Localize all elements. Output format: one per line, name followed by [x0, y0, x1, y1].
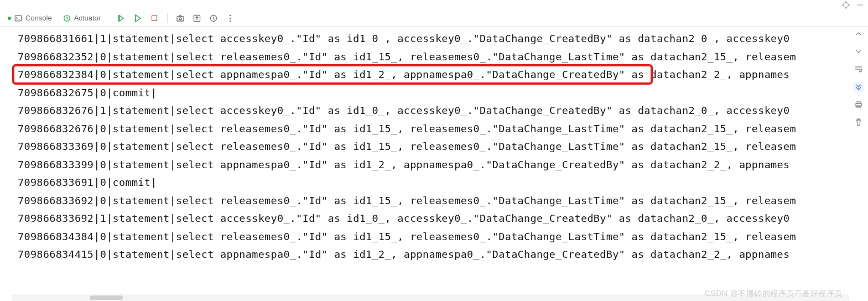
profile-icon[interactable] — [209, 13, 219, 23]
log-line[interactable]: 709866833399|0|statement|select appnames… — [12, 156, 849, 174]
status-dot-icon — [8, 17, 11, 20]
console-output[interactable]: 709866831661|1|statement|select accesske… — [12, 27, 849, 301]
svg-point-9 — [179, 18, 181, 20]
svg-point-12 — [230, 14, 231, 16]
separator — [167, 13, 168, 23]
horizontal-scrollbar[interactable] — [12, 294, 849, 301]
main-area: 709866831661|1|statement|select accesske… — [0, 27, 868, 301]
window-top-bar — [0, 0, 868, 10]
svg-rect-8 — [177, 17, 184, 21]
print-icon[interactable] — [854, 100, 864, 110]
more-icon[interactable] — [225, 13, 235, 23]
svg-rect-16 — [857, 102, 860, 103]
log-line[interactable]: 709866833369|0|statement|select releasem… — [12, 138, 849, 156]
svg-point-0 — [844, 3, 849, 8]
scroll-up-icon[interactable] — [854, 29, 864, 39]
minimize-icon[interactable] — [856, 1, 865, 9]
crosshair-icon[interactable] — [841, 1, 850, 9]
scroll-down-icon[interactable] — [854, 46, 864, 56]
log-line[interactable]: 709866832675|0|commit| — [12, 84, 849, 102]
tab-bar: Console Actuator — [0, 10, 868, 27]
scrollbar-thumb[interactable] — [90, 295, 123, 300]
actuator-icon — [63, 14, 71, 22]
scroll-to-end-icon[interactable] — [854, 82, 864, 92]
log-line[interactable]: 709866832676|0|statement|select releasem… — [12, 120, 849, 138]
toolbar — [116, 13, 235, 23]
trash-icon[interactable] — [854, 117, 864, 127]
right-gutter — [849, 27, 868, 301]
left-gutter — [0, 27, 12, 301]
log-line[interactable]: 709866834384|0|statement|select releasem… — [12, 228, 849, 246]
tab-console-label: Console — [25, 14, 52, 22]
log-line[interactable]: 709866833692|1|statement|select accesske… — [12, 210, 849, 228]
log-line[interactable]: 709866834415|0|statement|select appnames… — [12, 246, 849, 264]
log-line[interactable]: 709866832352|0|statement|select releasem… — [12, 48, 849, 66]
camera-icon[interactable] — [175, 13, 185, 23]
soft-wrap-icon[interactable] — [854, 64, 864, 74]
log-line[interactable]: 709866832384|0|statement|select appnames… — [12, 66, 849, 84]
svg-point-13 — [230, 17, 231, 19]
export-icon[interactable] — [192, 13, 202, 23]
svg-rect-6 — [15, 15, 21, 21]
run-icon[interactable] — [133, 13, 143, 23]
log-line[interactable]: 709866831661|1|statement|select accesske… — [12, 30, 849, 48]
svg-point-14 — [230, 20, 231, 22]
rerun-icon[interactable] — [116, 13, 126, 23]
terminal-icon — [14, 14, 22, 22]
log-line[interactable]: 709866833692|0|statement|select releasem… — [12, 192, 849, 210]
stop-icon[interactable] — [149, 13, 159, 23]
tab-console[interactable]: Console — [6, 12, 58, 24]
tab-actuator-label: Actuator — [74, 14, 101, 22]
tab-actuator[interactable]: Actuator — [61, 12, 106, 24]
log-line[interactable]: 709866832676|1|statement|select accesske… — [12, 102, 849, 120]
log-line[interactable]: 709866833691|0|commit| — [12, 174, 849, 192]
